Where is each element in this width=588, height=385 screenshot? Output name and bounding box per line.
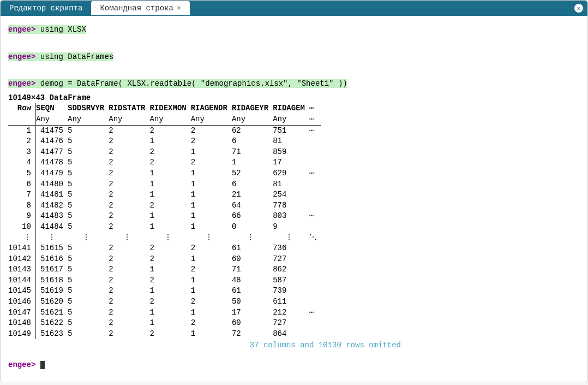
cell: 64	[232, 200, 273, 211]
cell: 51618	[36, 275, 68, 286]
tab-script-editor[interactable]: Редактор скрипта	[1, 1, 91, 15]
command-text: using DataFrames	[35, 52, 113, 61]
command-line: engee> using XLSX	[8, 25, 580, 35]
table-row: 1014951623522172864	[8, 329, 321, 340]
cell: 6	[232, 136, 273, 147]
row-number: 10149	[8, 329, 36, 340]
row-number: 1	[8, 125, 36, 136]
command-text: demog = DataFrame( XLSX.readtable( "demo…	[35, 79, 347, 88]
terminal-body[interactable]: engee> using XLSX engee> using DataFrame…	[1, 16, 587, 382]
ellipsis: ⋯	[309, 125, 321, 136]
cell: 66	[232, 211, 273, 222]
table-row: 4414785222117	[8, 157, 321, 168]
cell: 51616	[36, 254, 68, 265]
cell: 212	[273, 307, 309, 318]
cell: 72	[232, 329, 273, 340]
ellipsis	[309, 243, 321, 254]
col-header: RIDSTATR	[109, 103, 149, 114]
cell: 2	[109, 200, 149, 211]
cell: 778	[273, 200, 309, 211]
panel-close-icon[interactable]: ✕	[574, 4, 583, 13]
table-row: 1041484521109	[8, 222, 321, 233]
cell: 2	[149, 147, 190, 158]
cell: 41479	[36, 168, 68, 179]
table-row: 1014551619521161739	[8, 286, 321, 297]
row-number: 5	[8, 168, 36, 179]
cell: 803	[273, 211, 309, 222]
cell: 2	[109, 125, 149, 136]
dataframe-table: Row SEQN SDDSRVYR RIDSTATR RIDEXMON RIAG…	[8, 103, 321, 339]
cell: 2	[109, 318, 149, 329]
cell: 5	[68, 297, 109, 307]
cell: 1	[191, 179, 232, 190]
cell: 5	[68, 189, 109, 200]
tab-label: Редактор скрипта	[9, 4, 82, 13]
command-line: engee> demog = DataFrame( XLSX.readtable…	[8, 79, 580, 90]
cell: 1	[232, 157, 273, 168]
cell: 1	[149, 136, 190, 147]
cell: 739	[273, 286, 309, 297]
cell: 2	[109, 189, 149, 200]
cell: 2	[149, 200, 190, 211]
cell: 2	[109, 243, 149, 254]
cell: 5	[68, 222, 109, 233]
cell: 2	[191, 243, 232, 254]
cell: 1	[149, 307, 190, 318]
cell: 2	[149, 243, 190, 254]
table-row: 1014651620522250611	[8, 297, 321, 307]
ellipsis	[309, 254, 321, 265]
cell: 5	[68, 211, 109, 222]
cell: 5	[68, 125, 109, 136]
cell: 2	[109, 168, 149, 179]
row-number: 4	[8, 157, 36, 168]
cell: 2	[191, 125, 232, 136]
cell: 2	[149, 254, 190, 265]
cell: 5	[68, 179, 109, 190]
table-row: 141475522262751⋯	[8, 125, 321, 136]
cell: 51623	[36, 329, 68, 340]
prompt: engee>	[8, 25, 35, 34]
row-number: 10147	[8, 307, 36, 318]
close-icon[interactable]: ×	[177, 4, 181, 13]
col-header: RIAGENDR	[191, 103, 232, 114]
ellipsis	[309, 297, 321, 307]
cell: 81	[273, 179, 309, 190]
cell: 2	[149, 297, 190, 307]
cell: 2	[149, 329, 190, 340]
cell: 2	[109, 157, 149, 168]
cell: 1	[149, 318, 190, 329]
active-prompt[interactable]: engee>	[8, 360, 580, 371]
tab-command-line[interactable]: Командная строка ×	[91, 1, 189, 15]
cell: 51622	[36, 318, 68, 329]
cell: 629	[273, 168, 309, 179]
cell: 5	[68, 275, 109, 286]
table-row: 841482522164778	[8, 200, 321, 211]
ellipsis	[309, 200, 321, 211]
cell: 51615	[36, 243, 68, 254]
cell: 2	[109, 275, 149, 286]
cell: 2	[109, 222, 149, 233]
ellipsis	[309, 147, 321, 158]
cell: 41482	[36, 200, 68, 211]
row-number: 10145	[8, 286, 36, 297]
cell: 21	[232, 189, 273, 200]
cell: 5	[68, 307, 109, 318]
cell: 0	[232, 222, 273, 233]
ellipsis	[309, 179, 321, 190]
cell: 587	[273, 275, 309, 286]
cell: 2	[109, 307, 149, 318]
row-number: 10141	[8, 243, 36, 254]
cell: 1	[191, 168, 232, 179]
vdots-row: ⋮⋮⋮⋮⋮⋮⋮⋮⋱	[8, 233, 321, 244]
cell: 71	[232, 264, 273, 275]
cell: 864	[273, 329, 309, 340]
row-number: 9	[8, 211, 36, 222]
cell: 41483	[36, 211, 68, 222]
command-text: using XLSX	[35, 25, 86, 34]
ellipsis	[309, 329, 321, 340]
cell: 2	[109, 179, 149, 190]
cell: 1	[149, 189, 190, 200]
terminal-window: Редактор скрипта Командная строка × ✕ en…	[0, 0, 588, 382]
cell: 5	[68, 286, 109, 297]
cell: 2	[191, 297, 232, 307]
